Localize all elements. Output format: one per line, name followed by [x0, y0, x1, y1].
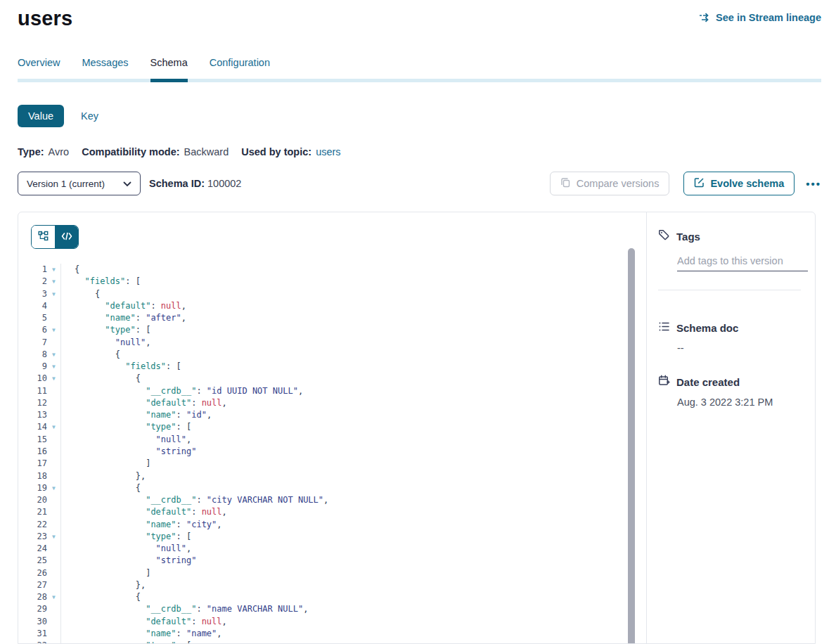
- fold-spacer: [47, 312, 61, 324]
- code-text: "string": [61, 555, 196, 567]
- compare-versions-button[interactable]: Compare versions: [550, 172, 670, 195]
- tab-overview[interactable]: Overview: [18, 57, 60, 79]
- tags-section: Tags: [658, 229, 808, 290]
- line-number: 13: [18, 409, 47, 421]
- code-line: 30 "default": null,: [18, 616, 646, 628]
- line-number: 17: [18, 458, 47, 470]
- code-text: "type": [: [61, 640, 191, 643]
- code-text: "default": null,: [61, 616, 227, 628]
- code-line: 2▼ "fields": [: [18, 276, 646, 288]
- code-line: 15 "null",: [18, 434, 646, 446]
- tab-underline-track: [18, 79, 821, 82]
- fold-toggle-icon[interactable]: ▼: [47, 276, 61, 288]
- line-number: 28: [18, 591, 47, 603]
- line-number: 21: [18, 506, 47, 518]
- fold-spacer: [47, 337, 61, 349]
- chevron-down-icon: [123, 179, 131, 189]
- code-line: 6▼ "type": [: [18, 324, 646, 336]
- line-number: 18: [18, 470, 47, 482]
- code-line: 22 "name": "city",: [18, 519, 646, 531]
- date-created-value: Aug. 3 2022 3:21 PM: [677, 397, 808, 408]
- schema-id-label: Schema ID:: [149, 178, 205, 189]
- schema-page: users See in Stream lineage Overview Mes…: [0, 0, 836, 644]
- fold-spacer: [47, 616, 61, 628]
- editor-scrollbar[interactable]: [628, 248, 635, 643]
- code-text: },: [61, 470, 146, 482]
- code-text: "__crdb__": "city VARCHAR NOT NULL",: [61, 494, 328, 506]
- value-toggle-button[interactable]: Value: [18, 105, 64, 127]
- schema-meta-row: Type: Avro Compatibility mode: Backward …: [18, 146, 836, 157]
- version-select[interactable]: Version 1 (current): [18, 172, 141, 195]
- stream-lineage-link[interactable]: See in Stream lineage: [699, 12, 821, 23]
- tags-input[interactable]: [677, 255, 808, 271]
- code-text: "name": "city",: [61, 519, 222, 531]
- schema-doc-value: --: [677, 342, 808, 354]
- line-number: 24: [18, 543, 47, 555]
- schema-editor[interactable]: 1▼{2▼ "fields": [3▼ {4 "default": null,5…: [18, 212, 647, 643]
- more-options-button[interactable]: •••: [806, 178, 821, 190]
- code-text: "name": "after",: [61, 312, 186, 324]
- date-created-heading: Date created: [676, 376, 740, 388]
- line-number: 2: [18, 276, 47, 288]
- fold-spacer: [47, 506, 61, 518]
- line-number: 11: [18, 385, 47, 397]
- line-number: 14: [18, 421, 47, 433]
- code-text: "null",: [61, 543, 191, 555]
- fold-toggle-icon[interactable]: ▼: [47, 324, 61, 336]
- line-number: 7: [18, 337, 47, 349]
- tab-schema[interactable]: Schema: [150, 57, 188, 79]
- code-view-button[interactable]: [55, 226, 78, 248]
- line-number: 5: [18, 312, 47, 324]
- fold-toggle-icon[interactable]: ▼: [47, 288, 61, 300]
- tab-messages[interactable]: Messages: [82, 57, 128, 79]
- code-text: ]: [61, 458, 150, 470]
- code-line: 4 "default": null,: [18, 300, 646, 312]
- code-line: 18 },: [18, 470, 646, 482]
- line-number: 22: [18, 519, 47, 531]
- line-number: 15: [18, 434, 47, 446]
- sidebar-divider: [658, 290, 801, 290]
- code-line: 14▼ "type": [: [18, 421, 646, 433]
- fold-toggle-icon[interactable]: ▼: [47, 421, 61, 433]
- calendar-plus-icon: [658, 375, 670, 389]
- code-text: {: [61, 591, 141, 603]
- code-line: 25 "string": [18, 555, 646, 567]
- fold-toggle-icon[interactable]: ▼: [47, 361, 61, 373]
- code-text: "fields": [: [61, 276, 141, 288]
- schema-doc-section: Schema doc --: [658, 321, 808, 354]
- code-line: 5 "name": "after",: [18, 312, 646, 324]
- tags-heading: Tags: [676, 231, 700, 243]
- fold-spacer: [47, 555, 61, 567]
- code-line: 1▼{: [18, 264, 646, 276]
- stream-lineage-label: See in Stream lineage: [716, 12, 821, 23]
- code-line: 9▼ "fields": [: [18, 361, 646, 373]
- fold-toggle-icon[interactable]: ▼: [47, 482, 61, 494]
- edit-icon: [694, 177, 705, 190]
- fold-toggle-icon[interactable]: ▼: [47, 264, 61, 276]
- fold-toggle-icon[interactable]: ▼: [47, 373, 61, 385]
- code-line: 17 ]: [18, 458, 646, 470]
- evolve-schema-button[interactable]: Evolve schema: [683, 172, 795, 195]
- used-by-topic-label: Used by topic:: [241, 146, 311, 157]
- code-line: 24 "null",: [18, 543, 646, 555]
- code-line: 31 "name": "name",: [18, 628, 646, 640]
- code-text: "type": [: [61, 531, 191, 543]
- fold-toggle-icon[interactable]: ▼: [47, 349, 61, 361]
- code-line: 10▼ {: [18, 373, 646, 385]
- type-label: Type:: [18, 146, 44, 157]
- editor-view-toggle: [31, 225, 79, 249]
- fold-toggle-icon[interactable]: ▼: [47, 531, 61, 543]
- fold-toggle-icon[interactable]: ▼: [47, 640, 61, 643]
- tree-view-button[interactable]: [32, 226, 55, 248]
- topic-link[interactable]: users: [316, 146, 340, 157]
- tab-configuration[interactable]: Configuration: [210, 57, 270, 79]
- code-text: "null",: [61, 337, 150, 349]
- code-text: "default": null,: [61, 506, 227, 518]
- code-text: {: [61, 349, 120, 361]
- key-toggle-button[interactable]: Key: [81, 110, 98, 122]
- code-text: "type": [: [61, 421, 191, 433]
- fold-spacer: [47, 567, 61, 579]
- line-number: 9: [18, 361, 47, 373]
- fold-toggle-icon[interactable]: ▼: [47, 591, 61, 603]
- code-line: 7 "null",: [18, 337, 646, 349]
